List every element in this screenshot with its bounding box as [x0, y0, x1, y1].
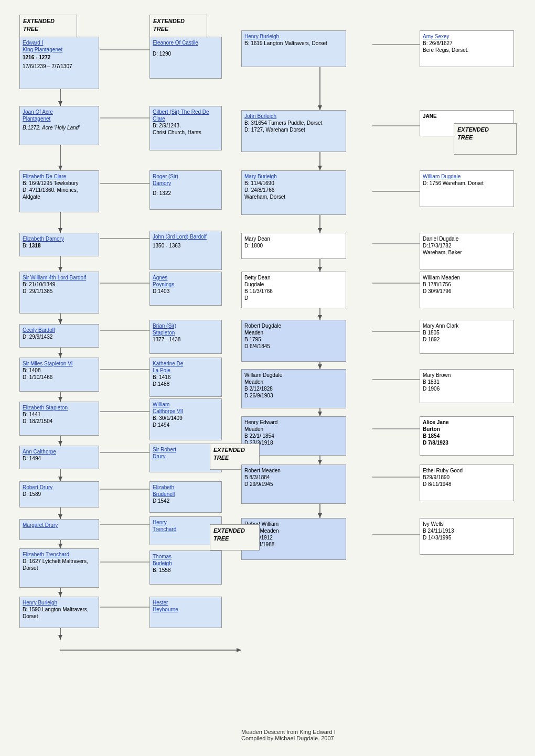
elizabeth-de-clare-name[interactable]: Elizabeth De Clare	[23, 174, 66, 179]
mary-burleigh-place: Wareham, Dorset	[244, 193, 343, 200]
henry-burleigh-1-box: Henry Burleigh B: 1619 Langton Maltraver…	[241, 30, 346, 67]
henry-burleigh-1-name[interactable]: Henry Burleigh	[244, 34, 279, 39]
betty-dean-birth: B 11/3/1766	[244, 288, 343, 295]
ivy-wells-box: Ivy Wells B 24/11/1913 D 14/3/1995	[420, 518, 514, 555]
mary-ann-clark-box: Mary Ann Clark B 1805 D 1892	[420, 320, 514, 354]
margaret-drury-name[interactable]: Margaret Drury	[23, 522, 58, 528]
thomas-burleigh-name[interactable]: ThomasBurleigh	[153, 554, 172, 566]
ann-calthorpe-name[interactable]: Ann Calthorpe	[23, 449, 56, 455]
robert-dugdale-meaden-name: Robert DugdaleMeaden	[244, 322, 343, 336]
gilbert-name[interactable]: Gilbert (Sir) The Red De Clare	[153, 109, 209, 122]
elizabeth-brudenell-box: ElizabethBrudenell D:1542	[149, 481, 222, 513]
mary-dean-box: Mary Dean D: 1800	[241, 233, 346, 259]
roger-damory-name[interactable]: Roger (Sir)Damory	[153, 174, 178, 186]
svg-marker-27	[237, 648, 241, 652]
sir-miles-birth: B: 1408	[23, 367, 96, 374]
william-calthorpe-birth: B: 30/1/1409	[153, 415, 219, 422]
mary-ann-clark-death: D 1892	[423, 336, 511, 343]
svg-marker-63	[318, 412, 322, 416]
mary-burleigh-birth: B: 11/4/1690	[244, 180, 343, 187]
ethel-ruby-good-birth: B29/9/1890	[423, 474, 511, 481]
svg-marker-54	[318, 267, 322, 272]
elizabeth-stapleton-name[interactable]: Elizabeth Stapleton	[23, 405, 68, 411]
joan-of-acre-name[interactable]: Joan Of AcrePlantagenet	[23, 109, 53, 122]
katherine-death: D:1488	[153, 381, 219, 387]
gilbert-birth: B: 2/9/1243.	[153, 122, 219, 129]
william-dugdale-1-name[interactable]: William Dugdale	[423, 174, 461, 179]
ivy-wells-death: D 14/3/1995	[423, 534, 511, 541]
william-calthorpe-box: WilliamCalthorpe VII B: 30/1/1409 D:1494	[149, 398, 222, 440]
mary-brown-death: D 1906	[423, 385, 511, 392]
svg-marker-69	[318, 513, 322, 518]
brian-stapleton-name[interactable]: Brian (Sir)Stapleton	[153, 323, 176, 336]
svg-marker-66	[318, 460, 322, 465]
svg-marker-57	[318, 315, 322, 320]
elizabeth-damory-box: Elizabeth Damory B: 1318	[19, 233, 99, 256]
cecily-bardolf-death: D: 29/9/1432	[23, 333, 96, 340]
elizabeth-trenchard-name[interactable]: Elizabeth Trenchard	[23, 552, 69, 557]
katherine-de-la-pole-box: Katherine DeLa Pole B: 1416 D:1488	[149, 358, 222, 397]
extended-tree-label-4: EXTENDEDTREE	[213, 447, 245, 461]
sir-miles-death: D: 1/10/1466	[23, 374, 96, 381]
edward-i-name[interactable]: Edward I	[23, 39, 96, 46]
edward-i-title: King Plantagenet	[23, 46, 96, 53]
william-calthorpe-name[interactable]: WilliamCalthorpe VII	[153, 402, 183, 414]
agnes-poynings-name[interactable]: AgnesPoynings	[153, 275, 174, 287]
extended-tree-label-3: EXTENDEDTREE	[457, 126, 489, 141]
sir-robert-drury-name[interactable]: Sir RobertDrury	[153, 447, 176, 459]
john-bardolf-box: John (3rd Lord) Bardolf 1350 - 1363	[149, 231, 222, 270]
svg-marker-60	[318, 364, 322, 369]
elizabeth-trenchard-death: D: 1627 Lytchett Maltravers, Dorset	[23, 558, 96, 571]
sir-william-bardolf-name[interactable]: Sir William 4th Lord Bardolf	[23, 275, 86, 280]
henry-burleigh-2-birth: B: 1590 Langton Maltravers, Dorset	[23, 606, 96, 620]
john-bardolf-name[interactable]: John (3rd Lord) Bardolf	[153, 234, 207, 240]
extended-tree-label-5: EXTENDEDTREE	[213, 527, 245, 542]
john-bardolf-dates: 1350 - 1363	[153, 242, 219, 249]
amy-sexey-birth: B: 26/8/1627	[423, 40, 511, 47]
henry-burleigh-2-name[interactable]: Henry Burleigh	[23, 600, 57, 606]
brian-stapleton-box: Brian (Sir)Stapleton 1377 - 1438	[149, 320, 222, 354]
john-burleigh-birth: B: 3/1654 Turners Puddle, Dorset	[244, 120, 343, 126]
svg-marker-5	[58, 228, 62, 233]
svg-marker-3	[58, 166, 62, 170]
henry-trenchard-name[interactable]: HenryTrenchard	[153, 520, 176, 532]
elizabeth-de-clare-box: Elizabeth De Clare B: 16/9/1295 Tewksbur…	[19, 170, 99, 212]
elizabeth-brudenell-name[interactable]: ElizabethBrudenell	[153, 484, 175, 497]
william-meaden-box: William Meaden B 17/8/1756 D 30/9/1796	[420, 272, 514, 308]
robert-dugdale-meaden-death: D 6/4/1845	[244, 343, 343, 350]
katherine-birth: B: 1416	[153, 374, 219, 381]
edward-i-lifespan: 17/6/1239 – 7/7/1307	[23, 63, 96, 70]
william-calthorpe-death: D:1494	[153, 422, 219, 428]
elizabeth-stapleton-box: Elizabeth Stapleton B: 1441 D: 18/2/1504	[19, 402, 99, 436]
hester-heybourne-box: HesterHeybourne	[149, 597, 222, 628]
william-dugdale-meaden-box: William DugdaleMeaden B 2/12/1828 D 26/9…	[241, 369, 346, 408]
amy-sexey-place: Bere Regis, Dorset.	[423, 47, 511, 53]
robert-drury-name[interactable]: Robert Drury	[23, 484, 52, 490]
eleanore-name[interactable]: Eleanore Of Castile	[153, 40, 198, 46]
svg-marker-11	[58, 353, 62, 358]
ethel-ruby-good-box: Ethel Ruby Good B29/9/1890 D 8/11/1948	[420, 465, 514, 501]
ann-calthorpe-death: D: 1494	[23, 455, 96, 462]
extended-tree-box-5[interactable]: EXTENDEDTREE	[210, 524, 260, 550]
svg-marker-17	[58, 477, 62, 481]
amy-sexey-name[interactable]: Amy Sexey	[423, 34, 450, 39]
mary-brown-birth: B 1831	[423, 379, 511, 385]
agnes-poynings-death: D:1403	[153, 288, 219, 295]
extended-tree-label-1: EXTENDED TREE	[23, 18, 55, 32]
cecily-bardolf-name[interactable]: Cecily Bardolf	[23, 327, 55, 333]
gilbert-place: Christ Church, Hants	[153, 129, 219, 136]
svg-marker-21	[58, 544, 62, 548]
svg-marker-9	[58, 319, 62, 324]
katherine-name[interactable]: Katherine DeLa Pole	[153, 361, 183, 373]
henry-edward-meaden-birth: B 22/1/ 1854	[244, 433, 343, 439]
extended-tree-box-3[interactable]: EXTENDEDTREE	[454, 123, 517, 155]
svg-marker-51	[318, 228, 322, 233]
agnes-poynings-box: AgnesPoynings D:1403	[149, 272, 222, 306]
hester-heybourne-name[interactable]: HesterHeybourne	[153, 600, 178, 612]
elizabeth-damory-name[interactable]: Elizabeth Damory	[23, 236, 64, 242]
sir-miles-stapleton-name[interactable]: Sir Miles Stapleton VI	[23, 361, 73, 366]
william-dugdale-1-death: D: 1756 Wareham, Dorset	[423, 180, 511, 187]
john-burleigh-name[interactable]: John Burleigh	[244, 113, 276, 119]
mary-burleigh-name[interactable]: Mary Burleigh	[244, 174, 277, 179]
william-meaden-birth: B 17/8/1756	[423, 281, 511, 288]
